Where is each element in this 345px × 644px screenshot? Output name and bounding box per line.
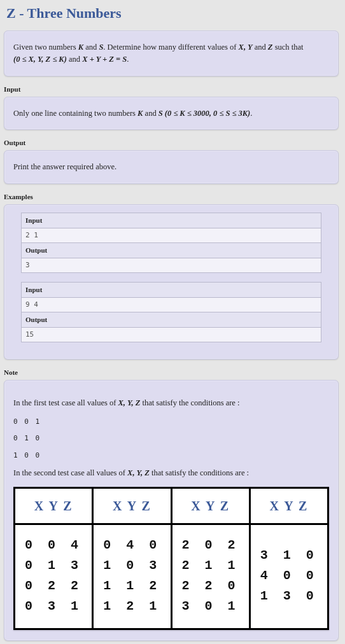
problem-statement: Given two numbers K and S. Determine how… [4,31,339,76]
statement-text: and [83,43,99,52]
sample-input-label: Input [22,213,321,228]
input-constraint: (0 ≤ K ≤ 3000, 0 ≤ S ≤ 3K) [165,109,250,118]
constraint-formula: (0 ≤ X, Y, Z ≤ K) [13,55,67,64]
sample-input-label: Input [22,283,321,298]
note-heading: Note [4,368,340,376]
math-XY: X, Y [239,43,253,52]
input-text: Only one line containing two numbers [13,109,137,118]
examples-heading: Examples [4,193,340,200]
statement-text: . [127,55,129,64]
output-text: Print the answer required above. [13,162,116,171]
examples-panel: Input 2 1 Output 3 Input 9 4 Output 15 [4,204,339,360]
note-text: that satisfy the conditions are : [150,468,249,477]
output-heading: Output [4,139,340,146]
input-heading: Input [4,85,340,93]
page-title: Z - Three Numbers [6,5,340,22]
triplet: 0 1 0 [13,433,329,444]
table-header: X Y Z [171,488,250,524]
solutions-table: X Y Z X Y Z X Y Z X Y Z 0 0 4 0 1 3 0 2 … [13,487,329,630]
statement-text: and [253,43,268,52]
sum-formula: X + Y + Z = S [82,55,127,64]
statement-text: such that [273,43,304,52]
sample-input-value: 2 1 [22,228,321,244]
note-text: In the second test case all values of [13,468,127,477]
sample-output-value: 15 [22,328,321,342]
note-panel: In the first test case all values of X, … [4,380,339,641]
triplet: 1 0 0 [13,451,329,461]
table-header: X Y Z [250,488,328,524]
sample-output-value: 3 [22,258,321,273]
input-text: . [250,109,252,118]
statement-text: . Determine how many different values of [103,43,238,52]
note-text: that satisfy the conditions are : [140,398,239,407]
table-cell: 2 0 2 2 1 1 2 2 0 3 0 1 [171,524,250,629]
sample-input-value: 9 4 [22,298,321,313]
math-S: S [158,109,163,118]
math-Z: Z [268,43,273,52]
statement-text: Given two numbers [13,43,78,52]
note-text: In the first test case all values of [13,398,118,407]
triplet: 0 0 1 [13,417,329,428]
math-XYZ: X, Y, Z [127,468,150,477]
math-XYZ: X, Y, Z [118,398,141,407]
input-spec: Only one line containing two numbers K a… [4,97,339,130]
sample-output-label: Output [22,312,321,328]
table-cell: 3 1 0 4 0 0 1 3 0 [250,524,328,629]
output-spec: Print the answer required above. [4,150,339,184]
table-row: 0 0 4 0 1 3 0 2 2 0 3 1 0 4 0 1 0 3 1 1 … [15,524,328,629]
sample-test: Input 9 4 Output 15 [21,282,321,342]
table-cell: 0 0 4 0 1 3 0 2 2 0 3 1 [15,524,93,629]
sample-test: Input 2 1 Output 3 [21,213,321,273]
table-header-row: X Y Z X Y Z X Y Z X Y Z [15,488,328,524]
statement-text: and [67,55,82,64]
table-cell: 0 4 0 1 0 3 1 1 2 1 2 1 [93,524,171,629]
math-K: K [78,43,83,52]
sample-output-label: Output [22,243,321,258]
table-header: X Y Z [15,488,93,524]
input-text: and [143,109,158,118]
table-header: X Y Z [93,488,171,524]
